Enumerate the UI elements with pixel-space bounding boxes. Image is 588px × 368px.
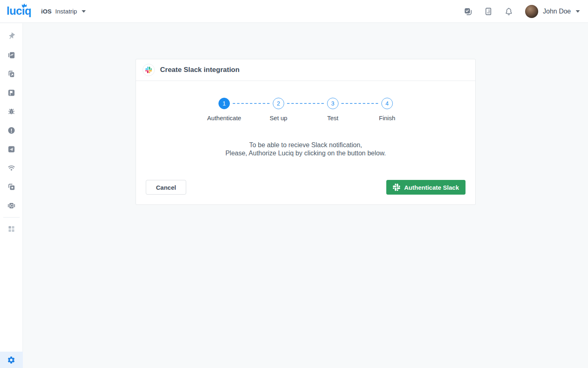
- top-bar: luciq iOS Instatrip: [0, 0, 588, 23]
- avatar: [525, 5, 538, 18]
- bug-icon[interactable]: [4, 104, 19, 119]
- message-line-2: Please, Authorize Luciq by clicking on t…: [136, 149, 475, 157]
- step-label: Finish: [379, 114, 395, 121]
- step-circle: 4: [381, 98, 393, 109]
- notes-icon[interactable]: [481, 4, 496, 19]
- send-icon[interactable]: [4, 142, 19, 157]
- luciq-wordmark: luciq: [7, 5, 31, 17]
- export-docs-icon[interactable]: [4, 67, 19, 81]
- authenticate-slack-label: Authenticate Slack: [404, 184, 459, 191]
- step-finish: 4 Finish: [360, 98, 414, 121]
- slack-icon: [143, 64, 155, 76]
- modal-body: 1 Authenticate 2 Set up 3 Test 4 Finish: [136, 81, 475, 204]
- step-circle: 2: [273, 98, 284, 109]
- step-label: Test: [327, 114, 339, 121]
- pin-icon[interactable]: [4, 29, 19, 44]
- device-performance-icon[interactable]: [4, 48, 19, 63]
- sidebar-divider: [3, 217, 20, 218]
- authenticate-slack-button[interactable]: Authenticate Slack: [386, 180, 466, 195]
- app-platform-label: iOS: [41, 8, 52, 15]
- step-label: Authenticate: [207, 114, 241, 121]
- luciq-logo[interactable]: luciq: [7, 6, 31, 17]
- modal-actions: Cancel Authenticate Slack: [136, 180, 475, 195]
- flag-icon[interactable]: [4, 85, 19, 100]
- app-switcher[interactable]: iOS Instatrip: [41, 8, 86, 15]
- session-replay-icon[interactable]: [4, 198, 19, 213]
- slack-white-icon: [393, 184, 400, 191]
- notifications-bell-icon[interactable]: [501, 4, 516, 19]
- step-label: Set up: [270, 114, 287, 121]
- app-name-label: Instatrip: [55, 8, 77, 15]
- caret-down-icon: [576, 10, 580, 13]
- step-set-up: 2 Set up: [252, 98, 306, 121]
- modal-title: Create Slack integration: [160, 66, 240, 74]
- step-authenticate: 1 Authenticate: [197, 98, 252, 121]
- apps-grid-icon[interactable]: [4, 222, 19, 236]
- message-line-1: To be able to recieve Slack notification…: [136, 141, 475, 149]
- step-circle: 1: [218, 98, 230, 109]
- broadcast-icon[interactable]: [4, 161, 19, 175]
- caret-down-icon: [82, 10, 86, 13]
- tasks-icon[interactable]: [461, 4, 475, 19]
- user-name: John Doe: [543, 8, 571, 15]
- stepper: 1 Authenticate 2 Set up 3 Test 4 Finish: [136, 98, 475, 121]
- sidebar: [0, 23, 23, 368]
- crown-icon: [22, 3, 27, 7]
- user-menu[interactable]: John Doe: [525, 5, 580, 18]
- settings-gear-icon[interactable]: [0, 352, 23, 368]
- create-slack-integration-modal: Create Slack integration 1 Authenticate …: [136, 59, 476, 205]
- modal-message: To be able to recieve Slack notification…: [136, 141, 475, 157]
- step-circle: 3: [327, 98, 339, 109]
- cancel-button[interactable]: Cancel: [146, 180, 186, 195]
- starred-collection-icon[interactable]: [4, 180, 19, 194]
- modal-header: Create Slack integration: [136, 59, 475, 81]
- step-test: 3 Test: [306, 98, 360, 121]
- alert-icon[interactable]: [4, 123, 19, 138]
- main-content: Create Slack integration 1 Authenticate …: [23, 23, 588, 368]
